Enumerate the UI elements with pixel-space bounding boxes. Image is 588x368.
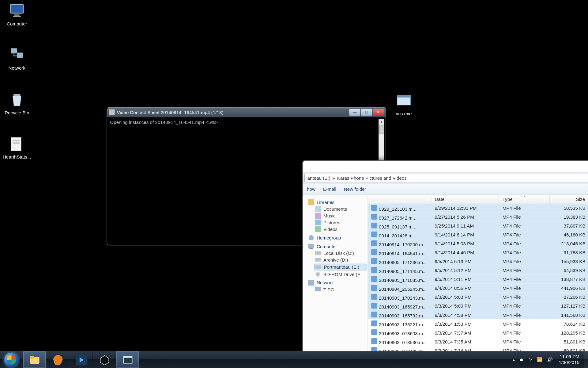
svg-rect-21 [315,258,321,262]
volume-icon[interactable]: 🔊 [547,357,553,362]
console-titlebar[interactable]: Video Contact Sheet 20140914_164541.mp4 … [107,108,386,117]
file-row[interactable]: 20140903_165927.m...9/3/2014 5:00 PMMP4 … [368,301,588,310]
svg-rect-18 [308,244,314,248]
svg-rect-15 [315,220,321,225]
nav-videos[interactable]: Videos [315,226,367,232]
videos-icon [315,226,321,232]
file-row[interactable]: 0927_172642.m...9/27/2014 5:26 PMMP4 Fil… [368,212,588,221]
desktop-icon-network[interactable]: Network [2,47,32,70]
col-size-header[interactable]: Size [550,195,588,203]
desktop-icon-computer[interactable]: Computer [2,2,32,26]
svg-rect-16 [315,226,321,232]
file-type: MP4 File [499,286,550,291]
file-date: 9/3/2014 7:35 AM [431,339,499,344]
file-row[interactable]: 20140905_171236.m...9/5/2014 5:13 PMMP4 … [368,257,588,266]
desktop-icon-vcs-exe[interactable]: vcs.exe [389,92,419,116]
wifi-icon[interactable]: 📶 [537,357,543,362]
file-date: 9/3/2014 5:00 PM [431,303,499,309]
breadcrumb-segment[interactable]: Karas Phone Pictures and Videos [337,175,407,181]
nav-archive-d[interactable]: Archive (D:) [315,257,367,263]
column-headers[interactable]: Date Type Size Tags [368,195,588,204]
video-file-icon [371,267,377,273]
breadcrumb[interactable]: anteau (E:) ▶ Karas Phone Pictures and V… [304,174,588,182]
file-name: 20140903_135221.m... [379,322,427,327]
toolbar-slideshow[interactable]: how [307,186,315,191]
nav-documents[interactable]: Documents [315,206,367,212]
file-type: MP4 File [499,259,550,264]
system-tray[interactable]: ▴ ⏏ 🏳 📶 🔊 11:09 PM 1/30/2015 [510,351,584,368]
file-row[interactable]: 20140903_073608.m...9/3/2014 7:37 AMMP4 … [368,328,588,337]
toolbar-email[interactable]: E-mail [323,186,336,191]
tray-icon[interactable]: ⏏ [519,357,524,362]
taskbar[interactable]: ▴ ⏏ 🏳 📶 🔊 11:09 PM 1/30/2015 [0,351,588,368]
nav-tpc[interactable]: T-PC [315,286,367,292]
taskbar-firefox[interactable] [46,351,70,368]
taskbar-explorer[interactable] [23,351,46,368]
file-row[interactable]: 20140903_073530.m...9/3/2014 7:35 AMMP4 … [368,337,588,346]
file-row[interactable]: 20140903_170243.m...9/3/2014 5:03 PMMP4 … [368,293,588,301]
file-row[interactable]: 20140914_170200.m...9/14/2014 5:03 PMMP4… [368,239,588,248]
file-date: 9/4/2014 8:56 PM [431,286,499,291]
video-file-icon [371,338,377,344]
console-maximize-button[interactable]: □ [361,109,372,116]
scroll-thumb[interactable] [379,125,383,134]
nav-libraries[interactable]: Libraries [308,199,367,205]
nav-computer[interactable]: Computer [308,243,367,249]
file-name: 0927_172642.m... [379,215,417,220]
file-row[interactable]: 0929_123103.m...9/29/2014 12:31 PMMP4 Fi… [368,203,588,212]
toolbar-newfolder[interactable]: New folder [344,186,366,191]
nav-network[interactable]: Network [308,280,367,286]
file-row[interactable]: 20140905_171145.m...9/5/2014 5:12 PMMP4 … [368,266,588,275]
breadcrumb-segment[interactable]: anteau (E:) [307,175,330,181]
taskbar-app-1[interactable] [70,351,93,368]
documents-icon [315,206,321,212]
file-row[interactable]: 20140904_205245.m...9/4/2014 8:56 PMMP4 … [368,284,588,293]
taskbar-app-2[interactable] [93,351,116,368]
console-close-button[interactable]: ✕ [373,109,384,116]
nav-bdrom-f[interactable]: BD-ROM Drive (F [315,271,367,277]
col-date-header[interactable]: Date [431,195,499,203]
file-row[interactable]: 20140903_165732.m...9/3/2014 4:58 PMMP4 … [368,310,588,319]
file-size: 46,180 KB [550,232,588,237]
svg-rect-20 [315,251,321,255]
file-size: 64,539 KB [550,268,588,273]
file-row[interactable]: 0914_201428.m...9/14/2014 8:14 PMMP4 Fil… [368,230,588,239]
file-size: 37,807 KB [550,223,588,228]
show-hidden-icons[interactable]: ▴ [513,357,515,362]
show-desktop-button[interactable] [584,351,588,368]
col-type-header[interactable]: Type [499,195,550,203]
start-button[interactable] [0,351,23,368]
file-name: 20140903_165927.m... [379,304,427,309]
nav-pictures[interactable]: Pictures [315,220,367,225]
video-file-icon [371,285,377,290]
file-row[interactable]: 20140903_135221.m...9/3/2014 1:53 PMMP4 … [368,319,588,328]
clock-date: 1/30/2015 [559,360,580,365]
console-title: Video Contact Sheet 20140914_164541.mp4 … [117,110,349,115]
nav-homegroup[interactable]: Homegroup [308,235,367,241]
file-row[interactable]: 20140905_171035.m...9/5/2014 5:11 PMMP4 … [368,275,588,284]
file-date: 9/3/2014 1:53 PM [431,321,499,326]
taskbar-console[interactable] [116,351,139,368]
tray-icon[interactable]: 🏳 [528,357,533,362]
file-type: MP4 File [499,330,550,335]
file-type: MP4 File [499,303,550,309]
nav-portmanteau-e[interactable]: Portmanteau (E:) [314,264,367,270]
scroll-up-icon[interactable]: ▲ [379,119,384,125]
console-minimize-button[interactable]: — [349,109,360,116]
file-size: 127,127 KB [550,303,588,309]
desktop-icon-recycle-bin[interactable]: Recycle Bin [2,92,32,115]
explorer-window[interactable]: — □ ✕ anteau (E:) ▶ Karas Phone Pictures… [302,160,588,368]
file-list[interactable]: Date Type Size Tags 0929_123103.m...9/29… [368,195,588,368]
file-row[interactable]: 0925_091137.m...9/25/2014 9:11 AMMP4 Fil… [368,221,588,230]
file-date: 9/5/2014 5:13 PM [431,259,499,264]
desktop-icon-hearthstats[interactable]: HearthStats... [2,136,32,159]
svg-rect-28 [30,356,34,358]
file-type: MP4 File [499,312,550,317]
nav-local-c[interactable]: Local Disk (C:) [315,250,367,256]
svg-rect-14 [315,213,321,219]
col-name-header[interactable] [368,195,431,203]
nav-music[interactable]: Music [315,213,367,219]
file-row[interactable]: 20140914_164541.m...9/14/2014 4:46 PMMP4… [368,248,588,257]
taskbar-clock[interactable]: 11:09 PM 1/30/2015 [557,354,581,365]
nav-pane[interactable]: Libraries Documents Music Pictures Video… [304,195,367,368]
